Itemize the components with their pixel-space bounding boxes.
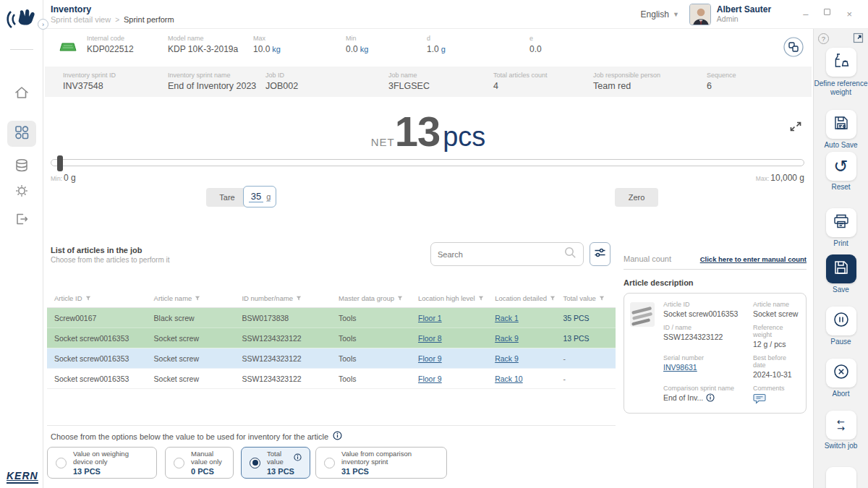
col-total-value[interactable]: Total value bbox=[556, 294, 616, 302]
close-button[interactable]: × bbox=[846, 9, 852, 20]
pause-button[interactable] bbox=[826, 307, 856, 335]
filter-settings-button[interactable] bbox=[590, 242, 610, 266]
article-description-title: Article description bbox=[624, 278, 807, 287]
net-label: NET bbox=[371, 136, 395, 148]
slider-handle[interactable] bbox=[57, 155, 63, 171]
reset-button[interactable]: ↺ bbox=[826, 152, 856, 181]
col-article-name[interactable]: Article name bbox=[147, 294, 235, 302]
maximize-button[interactable] bbox=[824, 9, 830, 15]
tare-value-input[interactable]: 35 g bbox=[243, 186, 276, 207]
tare-unit: g bbox=[266, 192, 271, 202]
search-icon bbox=[564, 247, 576, 262]
col-master-group[interactable]: Master data group bbox=[331, 294, 411, 302]
tare-button[interactable]: Tare bbox=[206, 188, 248, 207]
manual-count-label: Manual count bbox=[624, 254, 671, 263]
minimize-button[interactable]: – bbox=[803, 9, 808, 20]
ad-serial-number: Serial number INV98631 bbox=[663, 354, 749, 379]
table-row[interactable]: Screw00167 Black screw BSW0173838 Tools … bbox=[47, 308, 616, 328]
location-detail-link[interactable]: Rack 1 bbox=[495, 314, 519, 322]
filter-icon bbox=[478, 296, 484, 301]
location-detail-link[interactable]: Rack 9 bbox=[495, 334, 519, 343]
filter-icon bbox=[397, 296, 403, 301]
col-location-high[interactable]: Location high level bbox=[411, 294, 488, 302]
switch-job-button[interactable]: ←→ bbox=[826, 411, 856, 440]
location-high-link[interactable]: Floor 9 bbox=[418, 354, 442, 363]
breadcrumb-parent[interactable]: Sprint detail view bbox=[51, 15, 111, 24]
ad-best-before: Best before date 2024-10-31 bbox=[753, 354, 799, 379]
more-button[interactable] bbox=[826, 467, 856, 488]
weight-range-slider[interactable] bbox=[51, 159, 804, 166]
expand-panel-icon[interactable] bbox=[853, 33, 864, 46]
manual-count-link[interactable]: Click here to enter manual count bbox=[700, 255, 807, 263]
filter-icon bbox=[550, 296, 556, 301]
location-detail-link[interactable]: Rack 10 bbox=[495, 374, 523, 383]
sidebar-item-inventory[interactable] bbox=[7, 121, 36, 147]
save-button[interactable] bbox=[826, 254, 856, 283]
switch-device-icon[interactable] bbox=[783, 36, 804, 58]
help-icon[interactable]: ? bbox=[818, 33, 829, 44]
comment-icon[interactable] bbox=[753, 397, 766, 406]
option-comparison-sprint[interactable]: Value from comparison inventory sprint 3… bbox=[315, 447, 447, 479]
sidebar-item-logout[interactable] bbox=[7, 207, 36, 234]
col-location-detail[interactable]: Location detailed bbox=[488, 294, 556, 302]
cell-total-value: 13 PCS bbox=[556, 334, 616, 343]
field-label: Job name bbox=[388, 72, 430, 79]
radio-unselected[interactable] bbox=[56, 458, 67, 468]
sidebar-item-home[interactable] bbox=[7, 81, 36, 107]
option-weighing-device[interactable]: Value on weighing device only 13 PCS bbox=[47, 447, 157, 479]
cell-master-group: Tools bbox=[331, 374, 411, 383]
radio-unselected[interactable] bbox=[324, 458, 335, 468]
save-floppy-icon bbox=[833, 260, 849, 278]
sidebar-collapse-toggle[interactable]: › bbox=[38, 19, 48, 30]
info-icon[interactable] bbox=[294, 453, 302, 463]
min-label: Min: bbox=[51, 175, 62, 182]
field-e: e 0.0 bbox=[529, 35, 542, 55]
location-detail-link[interactable]: Rack 9 bbox=[495, 354, 519, 363]
radio-selected[interactable] bbox=[250, 458, 260, 468]
location-high-link[interactable]: Floor 8 bbox=[418, 334, 442, 343]
option-manual-value[interactable]: Manual value only 0 PCS bbox=[165, 447, 234, 479]
table-row-selected[interactable]: Socket screw0016353 Socket screw SSW1234… bbox=[47, 348, 616, 369]
info-icon[interactable] bbox=[706, 393, 715, 403]
pause-icon bbox=[833, 311, 850, 331]
zero-button[interactable]: Zero bbox=[615, 188, 658, 207]
user-account[interactable]: Albert Sauter Admin bbox=[689, 4, 771, 25]
option-total-value[interactable]: Total value 13 PCS bbox=[241, 447, 310, 479]
tare-value[interactable]: 35 bbox=[249, 191, 263, 202]
field-value: 4 bbox=[493, 81, 498, 91]
table-row[interactable]: Socket screw0016353 Socket screw SSW1234… bbox=[47, 369, 616, 389]
search-box[interactable] bbox=[430, 242, 584, 266]
abort-button[interactable] bbox=[826, 359, 856, 388]
location-high-link[interactable]: Floor 1 bbox=[418, 314, 442, 322]
weight-display: NET13pcs bbox=[43, 110, 813, 153]
table-row[interactable]: Socket screw0016353 Socket screw SSW1234… bbox=[47, 328, 616, 348]
define-reference-weight-button[interactable] bbox=[826, 48, 856, 77]
kern-brand-logo: KERN bbox=[7, 470, 38, 484]
field-label: Internal code bbox=[87, 35, 134, 42]
language-selector[interactable]: English ▼ bbox=[641, 9, 679, 20]
switch-job-icon: ←→ bbox=[837, 419, 845, 432]
info-icon[interactable] bbox=[333, 431, 342, 442]
articles-table: Article ID Article name ID number/name M… bbox=[47, 289, 616, 389]
field-value: 10.0 bbox=[253, 44, 270, 54]
sidebar-item-settings[interactable] bbox=[7, 179, 36, 205]
database-icon bbox=[14, 158, 30, 176]
search-input[interactable] bbox=[438, 250, 564, 259]
print-button[interactable] bbox=[826, 208, 856, 237]
col-article-id[interactable]: Article ID bbox=[47, 294, 147, 302]
sprint-info-row: Inventory sprint ID INV37548 Inventory s… bbox=[45, 67, 812, 97]
reset-label: Reset bbox=[814, 183, 868, 192]
cell-article-name: Socket screw bbox=[147, 374, 235, 383]
radio-unselected[interactable] bbox=[174, 458, 184, 468]
sidebar-item-database[interactable] bbox=[7, 154, 36, 180]
chevron-down-icon: ▼ bbox=[673, 11, 679, 18]
serial-number-link[interactable]: INV98631 bbox=[663, 363, 697, 372]
cell-article-name: Black screw bbox=[147, 314, 235, 322]
autosave-button[interactable] bbox=[826, 110, 856, 139]
min-value: 0 g bbox=[64, 173, 76, 183]
field-label: Model name bbox=[168, 35, 238, 42]
location-high-link[interactable]: Floor 9 bbox=[418, 374, 442, 383]
filter-icon bbox=[85, 296, 91, 301]
col-id-number[interactable]: ID number/name bbox=[234, 294, 331, 302]
autosave-floppy-icon bbox=[833, 115, 849, 134]
